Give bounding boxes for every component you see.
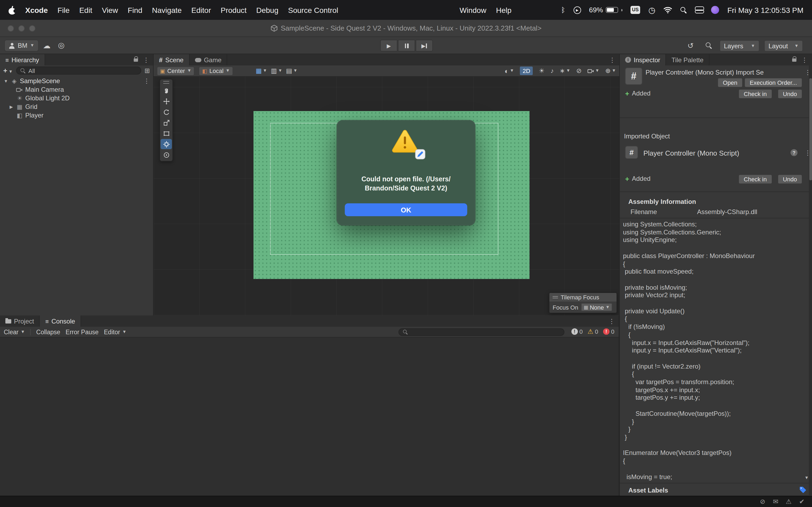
scrollbar-thumb[interactable]: [809, 78, 812, 180]
hand-tool[interactable]: [161, 85, 172, 96]
warnings-icon[interactable]: ⚠: [786, 498, 792, 505]
menu-navigate[interactable]: Navigate: [152, 6, 182, 14]
search-icon[interactable]: [706, 42, 712, 49]
kebab-menu-icon[interactable]: ⋮: [143, 56, 149, 64]
play-button[interactable]: ▶: [380, 40, 397, 52]
kebab-menu-icon[interactable]: ⋮: [801, 56, 808, 64]
console-search-input[interactable]: [411, 329, 561, 335]
menu-edit[interactable]: Edit: [79, 6, 92, 14]
kebab-menu-icon[interactable]: ⋮: [609, 56, 615, 64]
rotate-tool[interactable]: [161, 107, 172, 117]
services-icon[interactable]: ◎: [58, 41, 64, 49]
gizmos-dropdown[interactable]: ⊕▼: [605, 68, 616, 74]
clock-widget-icon[interactable]: ◷: [649, 6, 655, 14]
caret-down-icon[interactable]: ▼: [3, 78, 9, 83]
effects-dropdown[interactable]: ∗▼: [560, 68, 570, 74]
spotlight-icon[interactable]: [681, 7, 687, 13]
step-button[interactable]: ▶: [416, 40, 433, 52]
error-count-badge[interactable]: !0: [603, 328, 614, 335]
grid-visibility-dropdown[interactable]: ▦▼: [256, 68, 267, 74]
warning-count-badge[interactable]: ⚠0: [588, 328, 598, 335]
hierarchy-item-main-camera[interactable]: Main Camera: [0, 85, 153, 94]
info-count-badge[interactable]: !0: [571, 328, 583, 335]
pause-button[interactable]: [398, 40, 415, 52]
scene-audio-toggle[interactable]: ♪: [551, 68, 554, 74]
minimize-window-icon[interactable]: [18, 25, 25, 32]
undo-button[interactable]: Undo: [777, 89, 802, 99]
editor-dropdown[interactable]: Editor▼: [104, 329, 126, 335]
undo-button[interactable]: Undo: [777, 174, 802, 184]
tab-hierarchy[interactable]: ≡ Hierarchy: [0, 54, 45, 65]
focus-on-dropdown[interactable]: ▦ None ▼: [581, 303, 612, 311]
asset-label-tag-icon[interactable]: [799, 486, 807, 494]
draw-mode-dropdown[interactable]: ◐▼: [505, 67, 514, 74]
menu-window[interactable]: Window: [460, 6, 487, 14]
hierarchy-item-global-light[interactable]: ☀ Global Light 2D: [0, 94, 153, 103]
scale-tool[interactable]: [161, 117, 172, 128]
hierarchy-search[interactable]: [16, 66, 141, 74]
hidden-objects-toggle[interactable]: ⊘: [576, 68, 581, 74]
open-button[interactable]: Open: [717, 78, 743, 88]
zoom-window-icon[interactable]: [29, 25, 36, 32]
input-source-icon[interactable]: US: [630, 6, 641, 14]
scroll-down-icon[interactable]: ▼: [805, 476, 809, 480]
menu-editor[interactable]: Editor: [192, 6, 211, 14]
collapse-toggle[interactable]: Collapse: [36, 329, 60, 335]
scene-canvas[interactable]: Could not open file. (/Users/ Brandon/Si…: [154, 77, 619, 316]
console-log-area[interactable]: [0, 337, 619, 496]
kebab-menu-icon[interactable]: ⋮: [143, 77, 150, 85]
menu-product[interactable]: Product: [221, 6, 247, 14]
check-in-button[interactable]: Check in: [739, 174, 772, 184]
menu-clock[interactable]: Fri May 3 12:05:53 PM: [727, 6, 803, 14]
pivot-dropdown[interactable]: ▣ Center ▼: [157, 66, 195, 75]
notifications-muted-icon[interactable]: ⊘: [760, 498, 765, 505]
add-object-button[interactable]: + ▼: [3, 66, 13, 74]
tab-game[interactable]: Game: [189, 54, 227, 65]
tab-tile-palette[interactable]: Tile Palette: [666, 54, 709, 65]
custom-tool[interactable]: [161, 150, 172, 160]
menu-debug[interactable]: Debug: [256, 6, 278, 14]
inspector-scrollbar[interactable]: [809, 65, 812, 495]
increment-snap-dropdown[interactable]: ▤▼: [286, 68, 298, 74]
rect-tool[interactable]: [161, 128, 172, 138]
grid-snapping-dropdown[interactable]: ▥▼: [271, 68, 283, 74]
move-tool[interactable]: [161, 96, 172, 106]
tab-scene[interactable]: # Scene: [154, 54, 189, 65]
split-view-icon[interactable]: ⊞: [145, 67, 150, 74]
drag-handle-icon[interactable]: [553, 296, 558, 298]
cloud-icon[interactable]: ☁: [43, 41, 50, 50]
kebab-menu-icon[interactable]: ⋮: [608, 317, 615, 325]
menu-help[interactable]: Help: [496, 6, 512, 14]
menu-app-name[interactable]: Xcode: [25, 6, 48, 14]
control-center-icon[interactable]: [695, 6, 703, 13]
camera-settings-dropdown[interactable]: ▼: [588, 68, 599, 73]
check-in-button[interactable]: Check in: [739, 89, 772, 99]
status-check-icon[interactable]: ✔: [799, 498, 805, 505]
tab-inspector[interactable]: i Inspector: [620, 54, 666, 65]
close-window-icon[interactable]: [7, 25, 14, 32]
tab-project[interactable]: Project: [0, 316, 40, 327]
layers-dropdown[interactable]: Layers▼: [720, 40, 759, 52]
now-playing-icon[interactable]: ▶: [573, 6, 581, 14]
apple-icon[interactable]: [9, 6, 15, 14]
clear-button[interactable]: Clear▼: [4, 329, 25, 335]
wifi-icon[interactable]: [663, 6, 673, 13]
handle-space-dropdown[interactable]: ◧ Local ▼: [199, 66, 233, 75]
hierarchy-item-grid[interactable]: ▶ ▦ Grid: [0, 103, 153, 111]
lock-icon[interactable]: [134, 58, 138, 61]
layout-dropdown[interactable]: Layout▼: [764, 40, 803, 52]
ok-button[interactable]: OK: [345, 203, 467, 216]
help-icon[interactable]: ?: [791, 149, 798, 156]
2d-toggle[interactable]: 2D: [520, 66, 533, 75]
scene-lighting-toggle[interactable]: ☀: [539, 68, 545, 74]
menu-view[interactable]: View: [102, 6, 118, 14]
caret-right-icon[interactable]: ▶: [9, 104, 14, 109]
drag-handle-icon[interactable]: [163, 81, 169, 84]
error-pause-toggle[interactable]: Error Pause: [65, 329, 99, 335]
history-icon[interactable]: ↺: [688, 41, 694, 50]
messages-icon[interactable]: ✉: [773, 498, 778, 505]
hierarchy-search-input[interactable]: [29, 67, 138, 74]
bluetooth-icon[interactable]: ᛒ: [561, 6, 565, 13]
user-avatar-icon[interactable]: [711, 6, 719, 14]
account-dropdown[interactable]: BM ▼: [4, 40, 39, 52]
